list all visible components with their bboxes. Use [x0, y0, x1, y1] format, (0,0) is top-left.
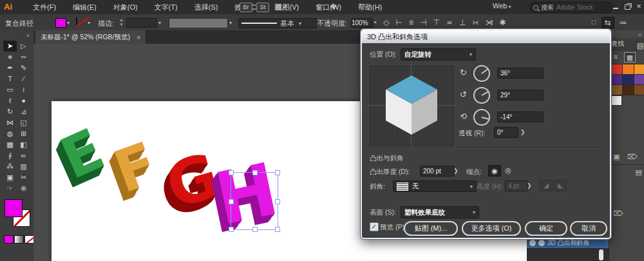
- perspective-arrow-icon[interactable]: ❯: [520, 129, 526, 135]
- stroke-color-swatch[interactable]: [76, 17, 77, 26]
- color-swatch[interactable]: [634, 84, 644, 95]
- selection-tool[interactable]: ➤: [3, 41, 17, 52]
- depth-field[interactable]: 200 pt: [420, 166, 455, 177]
- free-distort-icon[interactable]: ⋊: [485, 18, 493, 27]
- menu-item[interactable]: 视图(V): [267, 0, 308, 14]
- tab-close-icon[interactable]: ×: [137, 34, 140, 41]
- perspective-grid-tool[interactable]: ⊞: [17, 128, 30, 139]
- more-options-button[interactable]: 更多选项 (O): [462, 221, 521, 236]
- new-swatch-icon[interactable]: ▣: [613, 153, 620, 161]
- magic-wand-tool[interactable]: ∗: [3, 52, 17, 63]
- none-mode-button[interactable]: [24, 235, 34, 244]
- menu-item[interactable]: 选择(S): [186, 0, 227, 14]
- panel-tab[interactable]: 查找 ▤: [609, 38, 644, 50]
- eyedropper-tool[interactable]: ∮: [3, 150, 17, 161]
- lower-panel-menu-icon[interactable]: ▤: [636, 168, 642, 177]
- ok-button[interactable]: 确定: [525, 221, 567, 236]
- pen-tool[interactable]: ✒: [3, 63, 17, 73]
- selection-handle[interactable]: [252, 227, 258, 232]
- align-right-icon[interactable]: ⊣: [420, 18, 426, 27]
- selection-bounding-box[interactable]: [231, 172, 278, 230]
- document-tab[interactable]: 未标题-1* @ 52% (RGB/预览) ×: [35, 30, 146, 44]
- panel-options-icon[interactable]: ≔: [620, 18, 627, 27]
- rotate-tool[interactable]: ↻: [3, 106, 17, 117]
- line-segment-tool[interactable]: ∕: [17, 73, 30, 84]
- scrollbar-thumb[interactable]: [599, 249, 603, 260]
- color-swatch[interactable]: [622, 64, 634, 75]
- screen-layout-icon[interactable]: ⇆: [601, 17, 614, 28]
- rotation-track-cube[interactable]: [370, 66, 453, 146]
- brush-caret-icon[interactable]: ▾: [229, 20, 232, 26]
- selection-handle[interactable]: [229, 170, 234, 175]
- list-view-icon[interactable]: ≡: [611, 52, 621, 61]
- position-dropdown[interactable]: 自定旋转▾: [401, 48, 476, 61]
- gradient-tool[interactable]: ◧: [17, 139, 30, 150]
- selection-handle[interactable]: [229, 227, 234, 232]
- align-top-icon[interactable]: ⊤: [433, 18, 439, 27]
- fill-color-swatch[interactable]: [55, 18, 66, 28]
- blend-tool[interactable]: ∞: [17, 150, 30, 161]
- brush-definition-dropdown[interactable]: [169, 18, 228, 28]
- selection-handle[interactable]: [252, 170, 258, 175]
- fill-caret-icon[interactable]: ▾: [67, 20, 70, 26]
- stroke-weight-field[interactable]: [126, 18, 157, 28]
- depth-arrow-icon[interactable]: ❯: [453, 168, 459, 174]
- minimize-button[interactable]: [611, 0, 621, 13]
- panel-collapse-icon[interactable]: »: [638, 32, 641, 38]
- selection-handle[interactable]: [229, 199, 234, 204]
- color-swatch[interactable]: [634, 64, 644, 75]
- arrange-documents-icon[interactable]: ∷: [591, 18, 596, 27]
- color-swatch[interactable]: [634, 74, 644, 85]
- visibility-icon[interactable]: [529, 240, 536, 246]
- curvature-tool[interactable]: ✎: [17, 63, 30, 73]
- slice-tool[interactable]: ✂: [17, 172, 30, 183]
- transform-options-icon[interactable]: ✱: [499, 18, 506, 27]
- mesh-tool[interactable]: ▩: [3, 139, 17, 150]
- color-swatch[interactable]: [611, 64, 623, 75]
- color-swatch[interactable]: [622, 74, 634, 85]
- artboard-tool[interactable]: ▣: [3, 172, 17, 183]
- pencil-tool[interactable]: ℓ: [3, 95, 17, 106]
- align-center-icon[interactable]: ≡: [409, 18, 413, 27]
- cancel-button[interactable]: 取消: [570, 221, 607, 236]
- grid-view-icon[interactable]: ▦: [624, 52, 636, 63]
- bevel-dropdown[interactable]: 无▾: [393, 180, 477, 192]
- rotate-z-dial[interactable]: [473, 109, 490, 126]
- gradient-mode-button[interactable]: [14, 235, 24, 244]
- preview-checkbox[interactable]: ✓: [370, 222, 379, 231]
- recolor-artwork-icon[interactable]: ◔: [372, 18, 377, 27]
- scale-tool[interactable]: ⊿: [17, 106, 30, 117]
- paintbrush-tool[interactable]: ≀: [17, 84, 30, 95]
- menu-item[interactable]: 文字(T): [146, 0, 186, 14]
- rotate-x-dial[interactable]: [473, 65, 490, 82]
- align-middle-icon[interactable]: ≍: [446, 18, 453, 27]
- rectangle-tool[interactable]: ▭: [3, 84, 17, 95]
- color-swatch[interactable]: [611, 74, 623, 85]
- stroke-field-caret-icon[interactable]: ▾: [158, 20, 161, 26]
- color-mode-button[interactable]: [4, 235, 14, 244]
- rotate-x-field[interactable]: 36°: [497, 68, 544, 79]
- rotate-y-field[interactable]: 29°: [497, 90, 544, 101]
- perspective-field[interactable]: 0°: [494, 127, 518, 138]
- hand-tool[interactable]: ☞: [3, 183, 17, 194]
- menu-item[interactable]: 帮助(H): [350, 0, 390, 14]
- stroke-style-dropdown[interactable]: 基本 ▾: [238, 18, 317, 28]
- white-swatch[interactable]: [611, 95, 622, 106]
- direct-selection-tool[interactable]: ▷: [17, 41, 30, 52]
- touch-workspace-icon[interactable]: ❖: [330, 2, 337, 11]
- column-graph-tool[interactable]: ▥: [17, 161, 30, 172]
- layout-icon[interactable]: ▦▾: [274, 2, 285, 11]
- symbol-sprayer-tool[interactable]: ⁂: [3, 161, 17, 172]
- free-transform-tool[interactable]: ◱: [17, 117, 30, 128]
- surface-dropdown[interactable]: 塑料效果底纹▾: [401, 206, 479, 218]
- toolbar-collapse-icon[interactable]: »: [26, 32, 30, 39]
- width-tool[interactable]: ⋈: [3, 117, 17, 128]
- delete-swatch-icon[interactable]: ⌦: [627, 153, 638, 161]
- restore-button[interactable]: [622, 0, 632, 13]
- app-logo-icon[interactable]: Ai: [4, 2, 12, 12]
- workspace-dropdown[interactable]: Web▾: [493, 2, 511, 10]
- letter-F[interactable]: F: [107, 133, 164, 202]
- map-art-button[interactable]: 贴图 (M)...: [404, 221, 458, 236]
- lasso-tool[interactable]: ∾: [17, 52, 30, 63]
- rotate-z-field[interactable]: -14°: [497, 111, 544, 122]
